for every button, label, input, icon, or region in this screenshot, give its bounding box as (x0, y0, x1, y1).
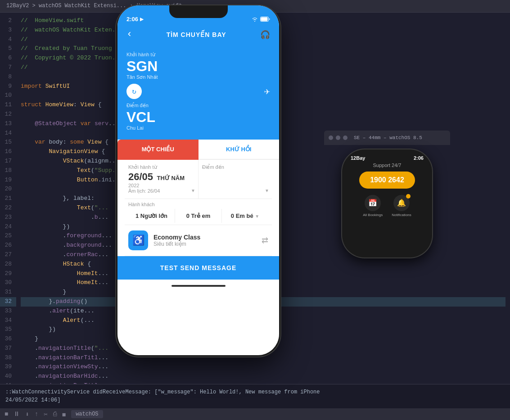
home-bar (172, 285, 226, 287)
plane-icon: ✈ (264, 86, 270, 98)
breadcrumb: 12BayV2 > watchOS WatchKit Extensi... (6, 2, 126, 10)
adults-field[interactable]: 1 Người lớn (128, 209, 175, 223)
class-swap-icon: ⇄ (262, 235, 268, 245)
children-field[interactable]: 0 Trẻ em (175, 209, 221, 223)
battery-icon (260, 17, 270, 23)
date-weekday: THỨ NĂM (157, 175, 185, 181)
pax-row: 1 Người lớn 0 Trẻ em 0 Em bé ▼ (128, 209, 268, 223)
console-message: ::WatchConnectivityService didReceiveMes… (5, 388, 505, 404)
watch-body: 12Bay 2:06 Support 24/7 1900 2642 📅 All … (342, 149, 432, 257)
bottom-console: ::WatchConnectivityService didReceiveMes… (0, 384, 510, 420)
watch-time: 2:06 (414, 155, 424, 161)
settings-button[interactable]: 🎧 (260, 30, 270, 40)
watch-icons-row: 📅 All Bookings 🔔 Notifications (363, 195, 411, 217)
date-dropdown-arrow: ▼ (191, 188, 195, 193)
toolbar-icon-7[interactable]: ◼ (62, 411, 66, 418)
toolbar-icon-1[interactable]: ■ (5, 411, 8, 418)
infants-count: 0 Em bé (231, 212, 253, 219)
lunar-date: Âm lịch: 26/04 (128, 188, 194, 194)
notifications-item[interactable]: 🔔 Notifications (392, 195, 411, 217)
watch-support-label: Support 24/7 (373, 163, 402, 168)
watch-status-bar: 12Bay 2:06 (343, 151, 431, 163)
destination-code: VCL (126, 109, 270, 125)
watch-window-title: SE – 44mm – watchOS 8.5 (354, 135, 422, 140)
notification-badge (406, 194, 411, 199)
notifications-icon: 🔔 (393, 195, 410, 211)
pax-section-label: Hành khách (128, 202, 268, 207)
watch-app-name: 12Bay (351, 155, 365, 161)
app-header: ‹ TÌM CHUYẾN BAY 🎧 (117, 25, 279, 47)
iphone-screen: 2:06 ▶ (117, 5, 279, 355)
children-count: 0 Trẻ em (186, 212, 211, 219)
date-day: 26/05 (128, 171, 153, 182)
watch-dot-2 (336, 135, 340, 140)
dest-label: Điểm đến (202, 164, 268, 170)
one-way-tab[interactable]: MỘT CHIỀU (117, 140, 199, 160)
toolbar-icon-5[interactable]: ✂ (44, 411, 47, 418)
destination-name: Chu Lai (126, 125, 270, 131)
time-display: 2:06 (126, 16, 138, 23)
class-sub: Siêu tiết kiệm (153, 241, 262, 247)
header-title: TÌM CHUYẾN BAY (167, 31, 226, 38)
home-indicator (117, 280, 279, 292)
toolbar-icon-4[interactable]: ↑ (35, 411, 38, 418)
destination-section: Điểm đến VCL Chu Lai (126, 103, 270, 131)
all-bookings-item[interactable]: 📅 All Bookings (363, 195, 383, 217)
dest-dropdown-arrow: ▼ (265, 188, 269, 193)
infants-field[interactable]: 0 Em bé ▼ (221, 209, 268, 223)
swap-button[interactable]: ↻ (126, 84, 142, 99)
adults-count: 1 Người lớn (135, 212, 167, 219)
watch-frame: SE – 44mm – watchOS 8.5 12Bay 2:06 Suppo… (324, 131, 450, 284)
toolbar-icon-6[interactable]: ⎙ (53, 411, 57, 418)
class-name: Economy Class (153, 234, 262, 241)
line-numbers: 23456 7891011 1213141516 1718192021 2223… (0, 13, 16, 384)
toolbar-icon-2[interactable]: ⏸ (14, 411, 20, 418)
bottom-toolbar[interactable]: ■ ⏸ ⬇ ↑ ✂ ⎙ ◼ watchOS (0, 408, 510, 420)
depart-date-field[interactable]: Khởi hành từ 26/05 THỨ NĂM 2022 Âm lịch:… (125, 160, 198, 199)
departure-label: Khởi hành từ (126, 52, 270, 58)
svg-rect-1 (261, 18, 268, 21)
status-icons (252, 17, 270, 23)
watch-dot-1 (329, 135, 333, 140)
status-time: 2:06 ▶ (126, 16, 144, 23)
watch-window-bar: SE – 44mm – watchOS 8.5 (324, 131, 450, 145)
departure-name: Tân Sơn Nhất (126, 74, 270, 80)
watch-phone-button[interactable]: 1900 2642 (359, 172, 415, 189)
toolbar-icon-3[interactable]: ⬇ (25, 411, 29, 418)
flight-card: Khởi hành từ SGN Tân Sơn Nhất ↻ ✈ Điểm đ… (117, 47, 279, 140)
depart-label: Khởi hành từ (128, 164, 194, 170)
form-area: Khởi hành từ 26/05 THỨ NĂM 2022 Âm lịch:… (117, 160, 279, 280)
watch-os-tab[interactable]: watchOS (71, 410, 103, 418)
class-info: Economy Class Siêu tiết kiệm (153, 234, 262, 247)
departure-section: Khởi hành từ SGN Tân Sơn Nhất (126, 52, 270, 80)
location-icon: ▶ (140, 17, 144, 22)
destination-label: Điểm đến (126, 103, 270, 108)
watch-dot-3 (343, 135, 348, 140)
date-row: Khởi hành từ 26/05 THỨ NĂM 2022 Âm lịch:… (125, 160, 272, 199)
test-send-message-button[interactable]: TEST SEND MESSAGE (117, 256, 279, 280)
trip-type-tabs: MỘT CHIỀU KHỨ HỒI (117, 140, 279, 160)
notifications-label: Notifications (392, 213, 411, 217)
back-button[interactable]: ‹ (126, 29, 132, 40)
all-bookings-label: All Bookings (363, 213, 383, 217)
departure-code: SGN (126, 59, 270, 74)
accessibility-icon: ♿ (132, 235, 144, 246)
class-row[interactable]: ♿ Economy Class Siêu tiết kiệm ⇄ (125, 225, 272, 256)
swap-row: ↻ ✈ (126, 84, 270, 99)
iphone-notch (169, 5, 228, 18)
round-trip-tab[interactable]: KHỨ HỒI (199, 140, 280, 160)
date-year: 2022 (128, 183, 194, 188)
class-icon: ♿ (128, 230, 148, 250)
watch-screen: 12Bay 2:06 Support 24/7 1900 2642 📅 All … (343, 151, 431, 256)
destination-field[interactable]: Điểm đến ▼ (198, 160, 272, 199)
all-bookings-icon: 📅 (365, 195, 381, 211)
wifi-icon (252, 17, 258, 23)
iphone-frame: 2:06 ▶ (116, 5, 280, 357)
